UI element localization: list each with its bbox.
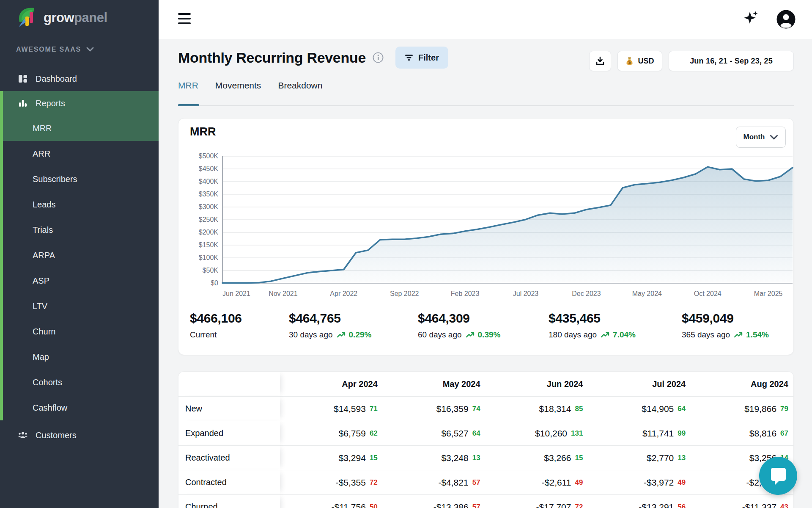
trend-up-icon [601, 331, 610, 338]
growpanel-logo-icon [16, 5, 38, 30]
dashboard-icon [18, 74, 28, 84]
table-cell-count: 57 [472, 478, 480, 487]
table-cell-amount: $18,314 [539, 404, 571, 414]
table-cell-count: 64 [472, 429, 480, 438]
money-bag-icon: $ [625, 57, 634, 66]
table-cell-count: 57 [472, 503, 480, 508]
sidebar-subitem-trials[interactable]: Trials [3, 217, 159, 243]
stat-value: $464,765 [289, 311, 371, 326]
avatar-icon [776, 10, 796, 29]
logo[interactable]: growpanel [16, 5, 107, 30]
stat-label: 365 days ago [682, 330, 730, 340]
stat-value: $466,106 [190, 311, 242, 326]
table-corner-cell [178, 372, 280, 396]
x-axis-tick: Jun 2021 [222, 290, 250, 297]
page-title: Monthly Recurring Revenue [178, 50, 366, 66]
table-column-header: Jul 2024 [588, 372, 691, 396]
currency-label: USD [638, 57, 654, 66]
table-cell-amount: -$17,707 [536, 502, 571, 508]
table-column-header: Jun 2024 [486, 372, 588, 396]
y-axis-tick: $50K [203, 267, 219, 274]
table-cell-count: 49 [678, 478, 686, 487]
team-selector[interactable]: AWESOME SAAS [16, 46, 94, 53]
table-cell-amount: $14,593 [334, 404, 366, 414]
mrr-breakdown-table: Apr 2024May 2024Jun 2024Jul 2024Aug 2024… [178, 372, 793, 508]
trend-up-icon [337, 331, 346, 338]
y-axis-tick: $300K [199, 203, 219, 210]
table-cell-amount: $3,266 [544, 453, 571, 463]
sidebar-subitem-leads[interactable]: Leads [3, 192, 159, 217]
info-icon[interactable] [373, 52, 384, 63]
table-cell-count: 15 [575, 454, 583, 462]
user-avatar[interactable] [776, 10, 796, 29]
sidebar-subitem-churn[interactable]: Churn [3, 319, 159, 344]
sidebar-reports-section: Reports MRRARRSubscribersLeadsTrialsARPA… [0, 91, 159, 420]
interval-label: Month [743, 133, 765, 141]
customers-icon [18, 430, 28, 440]
table-cell: $10,260131 [486, 421, 588, 445]
mrr-line-chart[interactable]: $0$50K$100K$150K$200K$250K$300K$350K$400… [178, 149, 794, 276]
sidebar-subitem-arr[interactable]: ARR [3, 141, 159, 166]
sidebar-subitem-mrr[interactable]: MRR [3, 116, 159, 141]
main-content: Monthly Recurring Revenue Filter [159, 39, 812, 508]
table-cell-amount: -$4,821 [438, 478, 468, 488]
trend-up-icon [734, 331, 743, 338]
table-cell: -$17,70772 [486, 494, 588, 508]
sidebar-subitem-cashflow[interactable]: Cashflow [3, 395, 159, 420]
chart-svg: $0$50K$100K$150K$200K$250K$300K$350K$400… [178, 149, 794, 305]
table-cell-count: 43 [780, 503, 788, 508]
mrr-chart-card: MRR Month $0$50K$100K$150K$200K$250K$300… [178, 118, 794, 355]
currency-selector-button[interactable]: $ USD [617, 51, 662, 71]
sidebar-subitem-map[interactable]: Map [3, 344, 159, 370]
stat-365-days-ago: $459,049 365 days ago1.54% [682, 311, 769, 340]
stat-label: 60 days ago [418, 330, 462, 340]
menu-toggle-button[interactable] [178, 13, 191, 24]
x-axis-tick: Apr 2022 [330, 290, 357, 297]
table-cell: -$4,82157 [383, 470, 486, 494]
table-cell: $14,90564 [588, 396, 691, 421]
tab-movements[interactable]: Movements [215, 80, 261, 91]
table-cell-amount: $11,741 [642, 428, 674, 439]
brand-name: growpanel [44, 10, 107, 25]
chat-launcher-button[interactable] [759, 457, 797, 495]
x-axis-tick: Sep 2022 [390, 290, 419, 297]
stat-label: 180 days ago [549, 330, 597, 340]
table-cell-count: 50 [370, 503, 378, 508]
active-tab-underline [178, 104, 199, 106]
date-range-button[interactable]: Jun 16, 21 - Sep 23, 25 [669, 51, 794, 71]
stat-30-days-ago: $464,765 30 days ago0.29% [289, 311, 371, 340]
sidebar-subitem-cohorts[interactable]: Cohorts [3, 370, 159, 395]
sidebar-item-reports[interactable]: Reports [3, 91, 159, 116]
table-cell-count: 67 [780, 429, 788, 438]
x-axis-tick: Jul 2023 [513, 290, 539, 297]
stat-change: 1.54% [734, 330, 769, 340]
y-axis-tick: $100K [199, 254, 219, 261]
sidebar-subitem-arpa[interactable]: ARPA [3, 243, 159, 268]
table-cell-amount: -$3,972 [644, 478, 674, 488]
sidebar-item-dashboard[interactable]: Dashboard [0, 66, 159, 91]
export-download-button[interactable] [589, 51, 611, 71]
tab-mrr[interactable]: MRR [178, 80, 198, 91]
x-axis-tick: Nov 2021 [269, 290, 298, 297]
table-cell: $8,81667 [691, 421, 793, 445]
table-cell-count: 72 [370, 478, 378, 487]
download-icon [595, 56, 605, 66]
table-cell: -$13,29156 [588, 494, 691, 508]
table-cell: $11,74199 [588, 421, 691, 445]
sidebar-subitem-subscribers[interactable]: Subscribers [3, 166, 159, 192]
table-cell-count: 85 [575, 405, 583, 413]
table-cell-amount: $19,866 [744, 404, 776, 414]
chart-area-fill [222, 167, 793, 283]
sidebar-subitem-asp[interactable]: ASP [3, 268, 159, 293]
ai-assistant-button[interactable] [741, 9, 761, 29]
filter-button[interactable]: Filter [395, 47, 448, 69]
sidebar-item-customers[interactable]: Customers [0, 422, 159, 448]
sidebar-subitem-ltv[interactable]: LTV [3, 293, 159, 319]
table-cell: $19,86679 [691, 396, 793, 421]
table-cell-count: 79 [780, 405, 788, 413]
y-axis-tick: $500K [199, 152, 219, 160]
interval-dropdown[interactable]: Month [736, 127, 786, 148]
tab-breakdown[interactable]: Breakdown [278, 80, 322, 91]
table-row-label: Expanded [178, 421, 280, 445]
stat-change: 7.04% [601, 330, 636, 340]
